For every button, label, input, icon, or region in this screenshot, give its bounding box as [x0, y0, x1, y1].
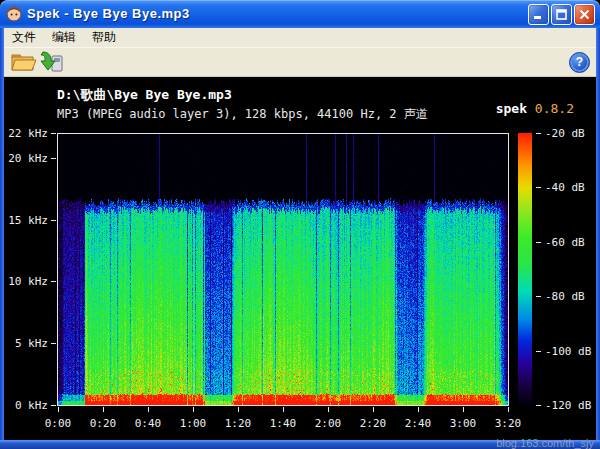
- file-path: D:\歌曲\Bye Bye Bye.mp3: [57, 86, 232, 104]
- spectrogram-canvas: [58, 134, 508, 405]
- db-axis-tick: [536, 242, 541, 243]
- x-axis-label: 2:40: [405, 417, 432, 430]
- y-axis-tick: [51, 343, 56, 344]
- open-file-button[interactable]: [10, 49, 38, 75]
- x-axis-label: 1:40: [270, 417, 297, 430]
- watermark: blog.163.com/th_sjy: [496, 437, 594, 449]
- save-icon: [40, 50, 64, 74]
- app-icon: [6, 6, 22, 22]
- y-axis-label: 10 kHz: [4, 275, 48, 288]
- spectrogram-panel: D:\歌曲\Bye Bye Bye.mp3 spek 0.8.2 MP3 (MP…: [4, 77, 596, 440]
- save-spectrogram-button[interactable]: [38, 49, 66, 75]
- y-axis-label: 5 kHz: [4, 337, 48, 350]
- x-axis-label: 3:00: [450, 417, 477, 430]
- db-axis-tick: [536, 351, 541, 352]
- toolbar: ?: [4, 47, 596, 77]
- x-axis-tick: [58, 407, 59, 412]
- menu-edit[interactable]: 编辑: [44, 27, 84, 48]
- window-title: Spek - Bye Bye Bye.mp3: [27, 0, 190, 28]
- x-axis-label: 1:00: [180, 417, 207, 430]
- x-axis-label: 0:00: [45, 417, 72, 430]
- db-axis-label: -40 dB: [545, 181, 585, 194]
- db-axis-label: -20 dB: [545, 127, 585, 140]
- x-axis-tick: [148, 407, 149, 412]
- y-axis-tick: [51, 281, 56, 282]
- db-axis-label: -100 dB: [545, 345, 591, 358]
- close-button[interactable]: [574, 4, 595, 25]
- help-button[interactable]: ?: [569, 52, 590, 73]
- y-axis-label: 0 kHz: [4, 399, 48, 412]
- x-axis-tick: [283, 407, 284, 412]
- menu-file[interactable]: 文件: [4, 27, 44, 48]
- window-border-right: [596, 28, 600, 449]
- x-axis-tick: [463, 407, 464, 412]
- db-axis-tick: [536, 405, 541, 406]
- minimize-icon: [533, 9, 544, 20]
- menu-help[interactable]: 帮助: [84, 27, 124, 48]
- db-axis-tick: [536, 133, 541, 134]
- title-bar[interactable]: Spek - Bye Bye Bye.mp3: [0, 0, 600, 28]
- y-axis-label: 15 kHz: [4, 214, 48, 227]
- db-axis-label: -60 dB: [545, 236, 585, 249]
- version-number: 0.8.2: [535, 101, 574, 116]
- x-axis-tick: [238, 407, 239, 412]
- x-axis-label: 2:00: [315, 417, 342, 430]
- x-axis-tick: [508, 407, 509, 412]
- x-axis-label: 0:40: [135, 417, 162, 430]
- x-axis-label: 0:20: [90, 417, 117, 430]
- app-name: spek: [496, 101, 535, 116]
- y-axis-tick: [51, 405, 56, 406]
- x-axis-tick: [103, 407, 104, 412]
- file-info: MP3 (MPEG audio layer 3), 128 kbps, 4410…: [57, 106, 428, 123]
- x-axis-tick: [193, 407, 194, 412]
- menu-bar: 文件 编辑 帮助: [4, 28, 596, 47]
- db-colorbar: [518, 133, 532, 406]
- x-axis-label: 1:20: [225, 417, 252, 430]
- x-axis-tick: [328, 407, 329, 412]
- x-axis-tick: [373, 407, 374, 412]
- db-axis-label: -120 dB: [545, 399, 591, 412]
- y-axis-label: 20 kHz: [4, 152, 48, 165]
- open-folder-icon: [11, 51, 37, 73]
- db-axis-label: -80 dB: [545, 290, 585, 303]
- db-axis-tick: [536, 187, 541, 188]
- close-icon: [579, 9, 590, 20]
- minimize-button[interactable]: [528, 4, 549, 25]
- y-axis-tick: [51, 158, 56, 159]
- maximize-button[interactable]: [551, 4, 572, 25]
- x-axis-label: 3:20: [495, 417, 522, 430]
- app-version: spek 0.8.2: [449, 86, 574, 131]
- db-axis-tick: [536, 296, 541, 297]
- x-axis-label: 2:20: [360, 417, 387, 430]
- y-axis-tick: [51, 133, 56, 134]
- spectrogram-plot: [57, 133, 509, 406]
- spek-window: Spek - Bye Bye Bye.mp3 文件 编辑 帮助: [0, 0, 600, 449]
- y-axis-label: 22 kHz: [4, 127, 48, 140]
- maximize-icon: [556, 9, 567, 20]
- y-axis-tick: [51, 220, 56, 221]
- question-mark-icon: ?: [576, 55, 583, 69]
- window-border-left: [0, 28, 4, 449]
- x-axis-tick: [418, 407, 419, 412]
